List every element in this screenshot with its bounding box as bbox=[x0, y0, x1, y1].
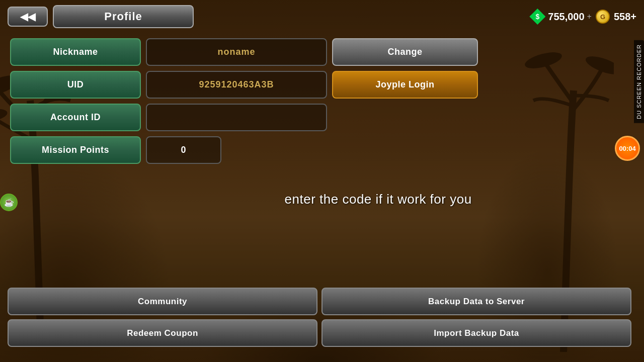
nickname-label-box: Nickname bbox=[10, 38, 141, 66]
diamonds-plus: + bbox=[587, 12, 592, 21]
back-button[interactable]: ◀◀ bbox=[8, 7, 48, 27]
account-id-value-box bbox=[146, 104, 327, 131]
nickname-row: Nickname noname Change bbox=[10, 38, 636, 66]
side-icon bbox=[0, 194, 18, 211]
du-timer: 00:04 bbox=[615, 136, 640, 161]
joyple-login-button[interactable]: Joyple Login bbox=[332, 71, 478, 99]
uid-row: UID 9259120463A3B Joyple Login bbox=[10, 71, 636, 99]
profile-rows: Nickname noname Change UID 9259120463A3B… bbox=[10, 38, 636, 164]
header-left: ◀◀ Profile bbox=[8, 5, 194, 28]
gold-value: 558+ bbox=[614, 11, 636, 23]
account-id-row: Account ID bbox=[10, 104, 636, 131]
import-backup-button[interactable]: Import Backup Data bbox=[321, 319, 631, 347]
diamonds-currency: 755,000 + bbox=[529, 9, 592, 25]
mission-points-row: Mission Points 0 bbox=[10, 136, 636, 164]
diamonds-value: 755,000 bbox=[548, 11, 584, 23]
change-button[interactable]: Change bbox=[332, 38, 478, 66]
diamond-icon bbox=[529, 9, 545, 25]
community-button[interactable]: Community bbox=[8, 288, 317, 315]
profile-title: Profile bbox=[53, 5, 194, 28]
mission-points-value-box: 0 bbox=[146, 136, 221, 164]
redeem-coupon-button[interactable]: Redeem Coupon bbox=[8, 319, 317, 347]
mission-points-label-box: Mission Points bbox=[10, 136, 141, 164]
account-id-label-box: Account ID bbox=[10, 104, 141, 131]
backup-button[interactable]: Backup Data to Server bbox=[321, 288, 631, 315]
bottom-buttons: Community Backup Data to Server Redeem C… bbox=[8, 288, 631, 347]
du-recorder-label: DU SCREEN RECORDER bbox=[634, 40, 644, 123]
header: ◀◀ Profile 755,000 + 558+ bbox=[8, 5, 636, 28]
uid-label-box: UID bbox=[10, 71, 141, 99]
uid-value-box: 9259120463A3B bbox=[146, 71, 327, 99]
gold-coin-icon bbox=[596, 10, 610, 24]
header-right: 755,000 + 558+ bbox=[529, 9, 636, 25]
back-arrow-icon: ◀◀ bbox=[20, 12, 35, 22]
tea-cup-icon bbox=[0, 194, 18, 211]
nickname-value-box: noname bbox=[146, 38, 327, 66]
overlay-text: enter the code if it work for you bbox=[285, 192, 472, 207]
